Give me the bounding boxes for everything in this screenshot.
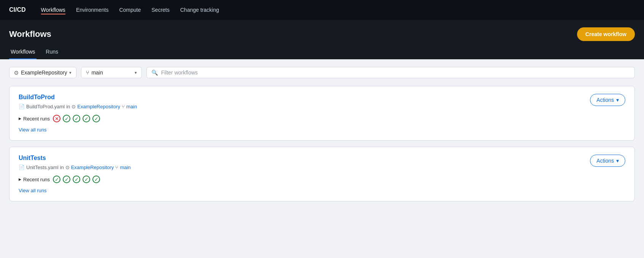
workflow-branch-build-to-prod[interactable]: main (126, 104, 137, 109)
brand-logo: CI/CD (9, 6, 26, 13)
workflow-name-build-to-prod[interactable]: BuildToProd (19, 94, 55, 100)
recent-runs-label-1: Recent runs (23, 116, 50, 122)
in-text-1: in (66, 104, 70, 109)
nav-item-workflows[interactable]: Workflows (41, 5, 65, 14)
run-status-ut-5: ✓ (92, 176, 100, 183)
tab-workflows[interactable]: Workflows (9, 46, 37, 59)
repo-icon-2: ⊙ (65, 165, 70, 170)
run-status-success-4: ✓ (92, 115, 100, 122)
filters-row: ⊙ ExampleRepository ▾ ⑂ main ▾ 🔍 (9, 67, 635, 78)
chevron-down-icon-branch: ▾ (135, 70, 137, 75)
run-icons-unit-tests: ✓ ✓ ✓ ✓ ✓ (53, 176, 100, 183)
view-all-runs-build-to-prod[interactable]: View all runs (19, 127, 46, 133)
repository-filter-value: ExampleRepository (21, 70, 67, 76)
tab-runs[interactable]: Runs (44, 46, 60, 59)
recent-runs-label-2: Recent runs (23, 177, 50, 182)
triangle-right-icon-2: ▶ (19, 177, 21, 181)
create-workflow-button[interactable]: Create workflow (577, 27, 635, 41)
actions-label-1: Actions (596, 97, 614, 103)
page-tabs: Workflows Runs (9, 46, 635, 59)
chevron-down-icon-actions-2: ▾ (616, 158, 619, 164)
search-icon: 🔍 (151, 70, 158, 76)
run-status-fail: ✕ (53, 115, 60, 122)
search-input[interactable] (161, 70, 630, 76)
workflow-branch-unit-tests[interactable]: main (120, 165, 130, 170)
actions-label-2: Actions (596, 158, 614, 164)
run-status-ut-3: ✓ (73, 176, 80, 183)
workflow-meta-build-to-prod: 📄 BuildToProd.yaml in ⊙ ExampleRepositor… (19, 104, 137, 109)
run-status-success-3: ✓ (83, 115, 90, 122)
recent-runs-unit-tests: ▶ Recent runs ✓ ✓ ✓ ✓ ✓ (19, 176, 131, 183)
file-icon-1: 📄 (19, 104, 25, 109)
recent-runs-build-to-prod: ▶ Recent runs ✕ ✓ ✓ ✓ ✓ (19, 115, 137, 122)
branch-filter[interactable]: ⑂ main ▾ (81, 67, 142, 78)
workflow-meta-unit-tests: 📄 UnitTests.yaml in ⊙ ExampleRepository … (19, 165, 131, 170)
workflow-repo-build-to-prod[interactable]: ExampleRepository (77, 104, 120, 109)
main-content: ⊙ ExampleRepository ▾ ⑂ main ▾ 🔍 BuildTo… (0, 59, 644, 258)
file-icon-2: 📄 (19, 165, 25, 170)
chevron-down-icon: ▾ (69, 70, 72, 75)
page-header: Workflows Create workflow Workflows Runs (0, 20, 644, 59)
in-text-2: in (60, 165, 64, 170)
nav-item-change-tracking[interactable]: Change tracking (180, 5, 219, 14)
repo-icon: ⊙ (14, 70, 19, 76)
nav-item-secrets[interactable]: Secrets (151, 5, 169, 14)
triangle-right-icon-1: ▶ (19, 117, 21, 120)
nav-item-compute[interactable]: Compute (119, 5, 141, 14)
nav-item-environments[interactable]: Environments (76, 5, 109, 14)
chevron-down-icon-actions-1: ▾ (616, 97, 619, 103)
branch-icon-1: ⑂ (122, 104, 125, 109)
search-box: 🔍 (146, 67, 635, 78)
branch-icon: ⑂ (86, 70, 89, 76)
branch-icon-2: ⑂ (115, 165, 118, 170)
run-status-ut-4: ✓ (83, 176, 90, 183)
run-status-success-1: ✓ (63, 115, 70, 122)
workflow-repo-unit-tests[interactable]: ExampleRepository (71, 165, 114, 170)
workflow-file-build-to-prod: BuildToProd.yaml (26, 104, 65, 109)
run-status-ut-1: ✓ (53, 176, 60, 183)
workflow-name-unit-tests[interactable]: UnitTests (19, 155, 46, 161)
view-all-runs-unit-tests[interactable]: View all runs (19, 188, 46, 193)
run-icons-build-to-prod: ✕ ✓ ✓ ✓ ✓ (53, 115, 100, 122)
workflow-card-unit-tests: UnitTests 📄 UnitTests.yaml in ⊙ ExampleR… (9, 147, 635, 201)
repository-filter[interactable]: ⊙ ExampleRepository ▾ (9, 67, 76, 78)
actions-button-unit-tests[interactable]: Actions ▾ (590, 155, 625, 167)
actions-button-build-to-prod[interactable]: Actions ▾ (590, 94, 625, 106)
branch-filter-value: main (91, 70, 103, 76)
run-status-success-2: ✓ (73, 115, 80, 122)
repo-icon-1: ⊙ (72, 104, 76, 109)
top-navigation: CI/CD Workflows Environments Compute Sec… (0, 0, 644, 20)
page-title: Workflows (9, 29, 51, 39)
workflow-card-build-to-prod: BuildToProd 📄 BuildToProd.yaml in ⊙ Exam… (9, 86, 635, 141)
workflow-file-unit-tests: UnitTests.yaml (26, 165, 59, 170)
run-status-ut-2: ✓ (63, 176, 70, 183)
